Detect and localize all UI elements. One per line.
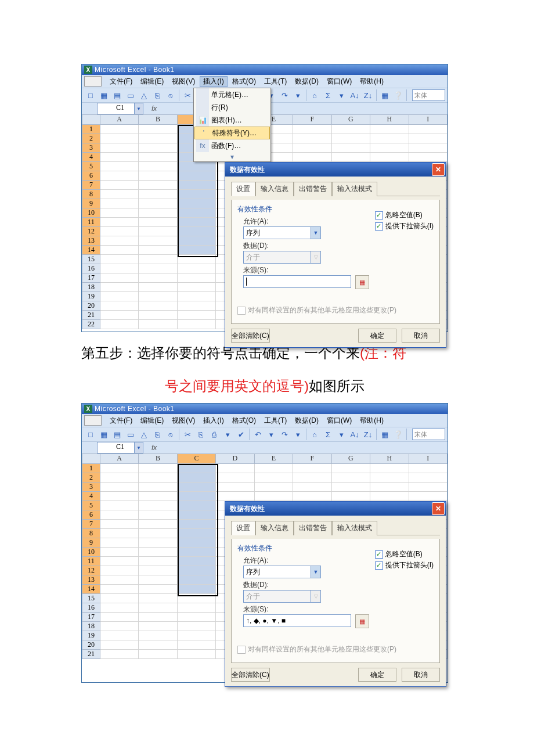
- insert-menu-dropdown[interactable]: 单元格(E)… 行(R) 📊 图表(H)… ' 特殊符号(Y)… fx 函数(F…: [193, 88, 271, 162]
- menu-item[interactable]: 插入(I): [200, 416, 227, 426]
- cell[interactable]: [100, 483, 139, 492]
- menu-bar[interactable]: 文件(F)编辑(E)视图(V)插入(I)格式(O)工具(T)数据(D)窗口(W)…: [82, 75, 448, 88]
- app-menu-icon[interactable]: [84, 415, 102, 426]
- toolbar-button[interactable]: ▦: [98, 428, 110, 441]
- cell[interactable]: [332, 492, 370, 501]
- cell[interactable]: [139, 320, 177, 329]
- toolbar-button[interactable]: □: [84, 428, 97, 441]
- cell[interactable]: [139, 640, 177, 650]
- toolbar-button[interactable]: ⎘: [151, 89, 164, 102]
- close-button[interactable]: ✕: [432, 502, 445, 515]
- source-input[interactable]: [243, 275, 351, 288]
- cell[interactable]: [100, 320, 139, 329]
- menu-item[interactable]: 工具(T): [261, 77, 290, 87]
- row-header[interactable]: 13: [82, 236, 100, 246]
- cell[interactable]: [178, 548, 216, 557]
- cell[interactable]: [216, 473, 254, 483]
- dialog-tab[interactable]: 输入信息: [255, 521, 294, 535]
- cell[interactable]: [139, 301, 177, 311]
- cell[interactable]: [332, 134, 370, 143]
- toolbar-button[interactable]: A↓: [348, 89, 361, 102]
- cell[interactable]: [100, 622, 139, 631]
- cell[interactable]: [409, 464, 448, 473]
- row-header[interactable]: 21: [82, 650, 100, 659]
- cell[interactable]: [100, 162, 139, 171]
- cell[interactable]: [100, 153, 139, 162]
- toolbar-button[interactable]: ▤: [111, 89, 124, 102]
- cell[interactable]: [332, 153, 370, 162]
- cell[interactable]: [178, 208, 216, 218]
- cell[interactable]: [100, 650, 139, 659]
- app-menu-icon[interactable]: [84, 76, 102, 87]
- cell[interactable]: [216, 464, 254, 473]
- cell[interactable]: [100, 301, 139, 311]
- cell[interactable]: [178, 473, 216, 483]
- cell[interactable]: [178, 464, 216, 473]
- cell[interactable]: [178, 236, 216, 246]
- cell[interactable]: [178, 566, 216, 575]
- name-box-dropdown-icon[interactable]: ▼: [134, 442, 143, 453]
- fx-label[interactable]: fx: [151, 105, 157, 113]
- cell[interactable]: [139, 143, 177, 153]
- row-header[interactable]: 2: [82, 473, 100, 483]
- toolbar-button[interactable]: Z↓: [362, 428, 374, 441]
- cell[interactable]: [178, 311, 216, 320]
- cell[interactable]: [139, 566, 177, 575]
- menu-item[interactable]: 视图(V): [168, 416, 199, 426]
- row-header[interactable]: 3: [82, 143, 100, 153]
- column-header[interactable]: D: [216, 453, 254, 464]
- cell[interactable]: [139, 529, 177, 538]
- cell[interactable]: [100, 292, 139, 301]
- cell[interactable]: [178, 603, 216, 613]
- cell[interactable]: [139, 575, 177, 585]
- cell[interactable]: [178, 227, 216, 236]
- close-button[interactable]: ✕: [432, 163, 445, 176]
- toolbar-button[interactable]: ⎘: [194, 428, 207, 441]
- column-header[interactable]: B: [139, 453, 177, 464]
- menu-item[interactable]: 行(R): [194, 101, 270, 114]
- column-header[interactable]: H: [370, 453, 409, 464]
- cell[interactable]: [100, 575, 139, 585]
- cell[interactable]: [178, 631, 216, 640]
- cell[interactable]: [139, 162, 177, 171]
- in-cell-dropdown-checkbox[interactable]: ✓提供下拉箭头(I): [375, 221, 434, 231]
- toolbar-button[interactable]: △: [138, 428, 150, 441]
- row-header[interactable]: 15: [82, 255, 100, 264]
- select-all-corner[interactable]: [82, 453, 100, 464]
- toolbar-button[interactable]: ✔: [234, 428, 247, 441]
- cell[interactable]: [139, 171, 177, 181]
- row-header[interactable]: 11: [82, 218, 100, 227]
- cell[interactable]: [139, 246, 177, 255]
- cell[interactable]: [178, 650, 216, 659]
- column-header[interactable]: F: [293, 453, 331, 464]
- row-header[interactable]: 19: [82, 631, 100, 640]
- toolbar-button[interactable]: ▾: [291, 428, 304, 441]
- dropdown-icon[interactable]: ▼: [311, 227, 320, 239]
- toolbar-button[interactable]: Z↓: [362, 89, 374, 102]
- cell[interactable]: [332, 125, 370, 134]
- menu-item[interactable]: 窗口(W): [323, 77, 355, 87]
- dialog-tab[interactable]: 输入信息: [255, 182, 294, 196]
- toolbar-button[interactable]: ▾: [335, 89, 348, 102]
- cell[interactable]: [370, 134, 409, 143]
- cell[interactable]: [100, 613, 139, 622]
- menu-item[interactable]: 文件(F): [106, 416, 136, 426]
- toolbar-button[interactable]: ▾: [265, 428, 277, 441]
- expand-menu-icon[interactable]: ▾: [194, 152, 270, 161]
- cell[interactable]: [216, 483, 254, 492]
- ignore-blank-checkbox[interactable]: ✓忽略空值(B): [375, 549, 434, 559]
- cell[interactable]: [178, 557, 216, 566]
- cell[interactable]: [100, 510, 139, 520]
- cell[interactable]: [178, 283, 216, 292]
- menu-item[interactable]: 帮助(H): [356, 77, 387, 87]
- cell[interactable]: [100, 557, 139, 566]
- cell[interactable]: [139, 520, 177, 529]
- cell[interactable]: [100, 594, 139, 603]
- cell[interactable]: [100, 134, 139, 143]
- name-box[interactable]: C1 ▼: [97, 442, 143, 453]
- cell[interactable]: [100, 631, 139, 640]
- name-box[interactable]: C1 ▼: [97, 103, 143, 114]
- row-header[interactable]: 22: [82, 320, 100, 329]
- row-header[interactable]: 12: [82, 566, 100, 575]
- cell[interactable]: [100, 640, 139, 650]
